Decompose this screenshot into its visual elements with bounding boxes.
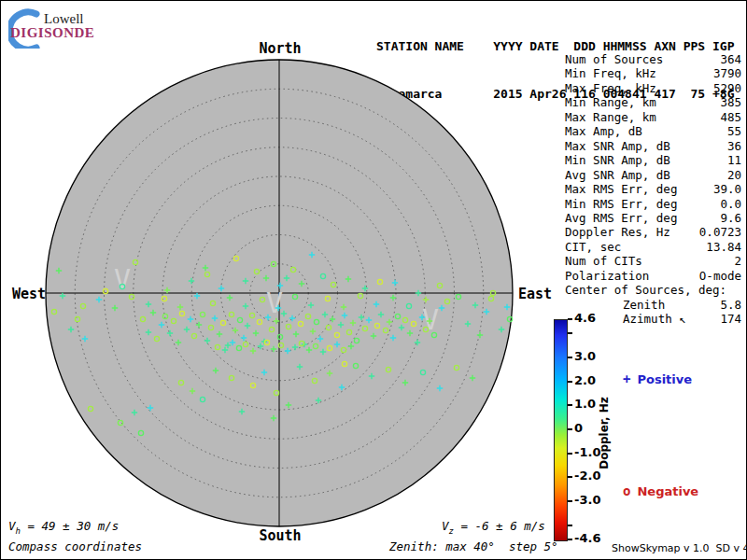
colorbar-tick [568, 539, 572, 540]
stats-row: CIT, sec13.84 [565, 240, 741, 254]
stats-row: Avg SNR Amp, dB20 [565, 168, 741, 182]
zenith-range-note: Zenith: max 40° step 5° [389, 539, 558, 553]
stats-label: Zenith [623, 298, 665, 312]
stats-value: 5.8 [720, 298, 741, 312]
colorbar-tick [568, 500, 572, 502]
stats-row: Num of Sources364 [565, 52, 741, 66]
stats-row: Center of Sources, deg: [565, 283, 741, 297]
doppler-axis-label: Doppler, Hz [598, 397, 611, 469]
velocity-v-marker: V [266, 287, 283, 319]
colorbar-tick-label: 2.0 [574, 373, 596, 387]
stats-label: Max Freq, kHz [565, 81, 656, 95]
stats-row: Min SNR Amp, dB11 [565, 153, 741, 167]
circle-symbol-icon: o [623, 483, 630, 498]
stats-label: Center of Sources, deg: [565, 283, 726, 297]
stats-label: Max Range, km [565, 110, 656, 124]
colorbar-tick [568, 381, 572, 383]
compass-label-east: East [518, 286, 552, 302]
stats-label: Min RMS Err, deg [565, 197, 677, 211]
colorbar-tick [568, 428, 572, 430]
stats-label: Num of CITs [565, 254, 642, 268]
stats-label: Num of Sources [565, 52, 663, 66]
colorbar-tick-label: -4.6 [574, 531, 600, 545]
stats-row: Min Freq, kHz3790 [565, 66, 741, 80]
colorbar-tick [568, 453, 572, 455]
legend-positive: +Positive [623, 371, 692, 386]
stats-label: Min Range, km [565, 95, 656, 109]
horizontal-velocity-text: Vh = 49 ± 30 m/s [8, 519, 119, 536]
stats-row: PolarizationO-mode [565, 269, 741, 283]
colorbar-tick [568, 332, 572, 334]
colorbar-tick [568, 476, 572, 478]
stats-row: Min RMS Err, deg0.0 [565, 197, 741, 211]
velocity-v-marker: V [114, 263, 131, 296]
stats-label: Polarization [565, 269, 649, 283]
stats-value: 9.6 [720, 211, 741, 225]
colorbar-tick-label: 1.0 [574, 397, 596, 411]
stats-label: Azimuth ↖ [623, 312, 686, 326]
stats-panel: Num of Sources364Min Freq, kHz3790Max Fr… [565, 52, 741, 327]
stats-row: Num of CITs2 [565, 254, 741, 268]
stats-value: 385 [720, 95, 741, 109]
stats-label: Max SNR Amp, dB [565, 139, 670, 153]
showskymap-window: Lowell DIGISONDE STATION NAME YYYY DATE … [0, 0, 747, 560]
stats-label: Max RMS Err, deg [565, 182, 677, 196]
colorbar-tick-label: -3.0 [574, 493, 600, 507]
stats-label: Max Amp, dB [565, 124, 642, 138]
stats-value: 364 [720, 52, 741, 66]
stats-label: Min Freq, kHz [565, 66, 656, 80]
stats-row: Max SNR Amp, dB36 [565, 139, 741, 153]
stats-row: Doppler Res, Hz0.0723 [565, 225, 741, 239]
stats-row: Max Freq, kHz5290 [565, 81, 741, 95]
stats-value: 20 [727, 168, 741, 182]
stats-label: CIT, sec [565, 240, 621, 254]
colorbar-tick [568, 318, 572, 320]
stats-value: 0.0723 [699, 225, 741, 239]
stats-value: 11 [727, 153, 741, 167]
compass-label-west: West [12, 286, 46, 302]
colorbar-tick-label: 4.6 [574, 311, 596, 325]
compass-label-south: South [259, 527, 302, 544]
legend-positive-label: Positive [637, 372, 692, 386]
colorbar-tick [568, 357, 572, 358]
compass-label-north: North [259, 40, 302, 57]
version-text: ShowSkymap v 1.0 SD v 4.2 [612, 542, 747, 554]
colorbar-tick [568, 404, 572, 406]
stats-row: Avg RMS Err, deg9.6 [565, 211, 741, 225]
stats-row: Max RMS Err, deg39.0 [565, 182, 741, 196]
coordinates-note: Compass coordinates [8, 539, 142, 553]
plus-symbol-icon: + [623, 371, 630, 386]
stats-value: 5290 [713, 81, 741, 95]
colorbar-tick-label: -2.0 [574, 469, 600, 483]
stats-value: 485 [720, 110, 741, 124]
vertical-velocity-text: Vz = -6 ± 6 m/s [442, 519, 545, 536]
colorbar-tick-label: 3.0 [574, 349, 596, 363]
stats-value: 36 [727, 139, 741, 153]
legend-negative: oNegative [623, 483, 698, 498]
stats-label: Min SNR Amp, dB [565, 153, 670, 167]
stats-value: 39.0 [713, 182, 741, 196]
stats-label: Avg SNR Amp, dB [565, 168, 670, 182]
stats-label: Avg RMS Err, deg [565, 211, 677, 225]
colorbar-tick-label: 0 [574, 421, 583, 435]
stats-value: 2 [734, 254, 741, 268]
stats-row: Max Amp, dB55 [565, 124, 741, 138]
stats-value: 55 [727, 124, 741, 138]
legend-negative-label: Negative [637, 484, 698, 498]
stats-value: 13.84 [706, 240, 741, 254]
stats-row: Zenith5.8 [565, 298, 741, 312]
doppler-colorbar [554, 319, 568, 541]
stats-value: 174 [720, 312, 741, 326]
stats-row: Max Range, km485 [565, 110, 741, 124]
colorbar-tick [568, 525, 572, 526]
stats-label: Doppler Res, Hz [565, 225, 670, 239]
stats-value: 3790 [713, 66, 741, 80]
stats-value: O-mode [699, 269, 741, 283]
stats-value: 0.0 [720, 197, 741, 211]
stats-row: Min Range, km385 [565, 95, 741, 109]
